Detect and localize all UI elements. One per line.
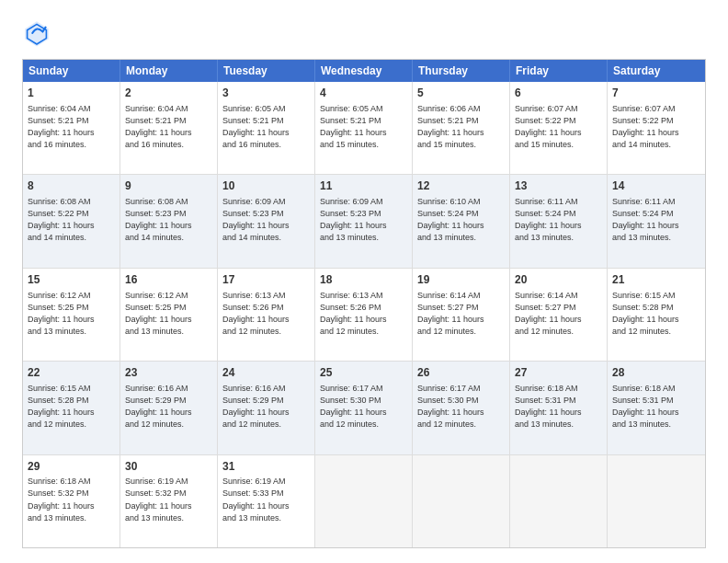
cell-details: Sunrise: 6:07 AMSunset: 5:22 PMDaylight:… [612,103,700,151]
empty-cell [315,455,413,547]
cell-details: Sunrise: 6:11 AMSunset: 5:24 PMDaylight:… [515,196,602,244]
day-cell-28: 28Sunrise: 6:18 AMSunset: 5:31 PMDayligh… [608,362,705,454]
calendar: SundayMondayTuesdayWednesdayThursdayFrid… [22,59,706,548]
cell-details: Sunrise: 6:15 AMSunset: 5:28 PMDaylight:… [612,290,700,338]
logo [22,18,57,48]
day-number: 9 [125,178,212,194]
day-number: 13 [515,178,602,194]
day-cell-20: 20Sunrise: 6:14 AMSunset: 5:27 PMDayligh… [510,269,608,361]
day-cell-5: 5Sunrise: 6:06 AMSunset: 5:21 PMDaylight… [413,82,510,174]
day-number: 30 [125,459,212,475]
day-number: 31 [222,459,310,475]
logo-icon [22,18,51,48]
header-day-tuesday: Tuesday [218,60,315,82]
day-cell-17: 17Sunrise: 6:13 AMSunset: 5:26 PMDayligh… [218,269,315,361]
cell-details: Sunrise: 6:16 AMSunset: 5:29 PMDaylight:… [125,383,212,431]
day-number: 24 [222,365,310,381]
cell-details: Sunrise: 6:12 AMSunset: 5:25 PMDaylight:… [125,290,212,338]
cell-details: Sunrise: 6:18 AMSunset: 5:32 PMDaylight:… [28,476,115,523]
cell-details: Sunrise: 6:09 AMSunset: 5:23 PMDaylight:… [320,196,407,244]
day-cell-31: 31Sunrise: 6:19 AMSunset: 5:33 PMDayligh… [218,455,315,547]
day-number: 28 [612,365,700,381]
day-cell-14: 14Sunrise: 6:11 AMSunset: 5:24 PMDayligh… [608,175,705,267]
cell-details: Sunrise: 6:13 AMSunset: 5:26 PMDaylight:… [320,290,407,338]
day-number: 15 [28,272,115,288]
calendar-row-0: 1Sunrise: 6:04 AMSunset: 5:21 PMDaylight… [23,82,705,174]
day-cell-29: 29Sunrise: 6:18 AMSunset: 5:32 PMDayligh… [23,455,120,547]
cell-details: Sunrise: 6:12 AMSunset: 5:25 PMDaylight:… [28,290,115,338]
header [22,18,706,48]
day-cell-27: 27Sunrise: 6:18 AMSunset: 5:31 PMDayligh… [510,362,608,454]
day-cell-15: 15Sunrise: 6:12 AMSunset: 5:25 PMDayligh… [23,269,120,361]
day-cell-25: 25Sunrise: 6:17 AMSunset: 5:30 PMDayligh… [315,362,413,454]
day-number: 29 [28,459,115,475]
day-number: 12 [417,178,505,194]
day-cell-10: 10Sunrise: 6:09 AMSunset: 5:23 PMDayligh… [218,175,315,267]
calendar-row-3: 22Sunrise: 6:15 AMSunset: 5:28 PMDayligh… [23,361,705,454]
cell-details: Sunrise: 6:05 AMSunset: 5:21 PMDaylight:… [222,103,310,151]
day-number: 16 [125,272,212,288]
day-cell-19: 19Sunrise: 6:14 AMSunset: 5:27 PMDayligh… [413,269,510,361]
cell-details: Sunrise: 6:06 AMSunset: 5:21 PMDaylight:… [417,103,505,151]
day-number: 1 [28,86,115,101]
cell-details: Sunrise: 6:08 AMSunset: 5:22 PMDaylight:… [28,196,115,244]
day-number: 7 [612,86,700,101]
day-number: 8 [28,178,115,194]
header-day-thursday: Thursday [413,60,510,82]
day-number: 23 [125,365,212,381]
calendar-row-2: 15Sunrise: 6:12 AMSunset: 5:25 PMDayligh… [23,268,705,361]
day-cell-12: 12Sunrise: 6:10 AMSunset: 5:24 PMDayligh… [413,175,510,267]
day-cell-8: 8Sunrise: 6:08 AMSunset: 5:22 PMDaylight… [23,175,120,267]
day-number: 19 [417,272,505,288]
day-cell-13: 13Sunrise: 6:11 AMSunset: 5:24 PMDayligh… [510,175,608,267]
day-cell-30: 30Sunrise: 6:19 AMSunset: 5:32 PMDayligh… [120,455,218,547]
day-cell-9: 9Sunrise: 6:08 AMSunset: 5:23 PMDaylight… [120,175,218,267]
day-cell-16: 16Sunrise: 6:12 AMSunset: 5:25 PMDayligh… [120,269,218,361]
day-cell-24: 24Sunrise: 6:16 AMSunset: 5:29 PMDayligh… [218,362,315,454]
empty-cell [510,455,608,547]
day-cell-1: 1Sunrise: 6:04 AMSunset: 5:21 PMDaylight… [23,82,120,174]
day-cell-21: 21Sunrise: 6:15 AMSunset: 5:28 PMDayligh… [608,269,705,361]
cell-details: Sunrise: 6:17 AMSunset: 5:30 PMDaylight:… [417,383,505,431]
calendar-body: 1Sunrise: 6:04 AMSunset: 5:21 PMDaylight… [23,82,705,547]
day-number: 6 [515,86,602,101]
page: SundayMondayTuesdayWednesdayThursdayFrid… [0,0,728,563]
day-cell-3: 3Sunrise: 6:05 AMSunset: 5:21 PMDaylight… [218,82,315,174]
cell-details: Sunrise: 6:16 AMSunset: 5:29 PMDaylight:… [222,383,310,431]
day-number: 18 [320,272,407,288]
day-number: 27 [515,365,602,381]
day-number: 5 [417,86,505,101]
day-number: 25 [320,365,407,381]
cell-details: Sunrise: 6:09 AMSunset: 5:23 PMDaylight:… [222,196,310,244]
day-number: 10 [222,178,310,194]
cell-details: Sunrise: 6:07 AMSunset: 5:22 PMDaylight:… [515,103,602,151]
day-number: 11 [320,178,407,194]
day-cell-7: 7Sunrise: 6:07 AMSunset: 5:22 PMDaylight… [608,82,705,174]
header-day-monday: Monday [120,60,218,82]
cell-details: Sunrise: 6:08 AMSunset: 5:23 PMDaylight:… [125,196,212,244]
day-number: 14 [612,178,700,194]
calendar-header: SundayMondayTuesdayWednesdayThursdayFrid… [23,60,705,82]
day-cell-11: 11Sunrise: 6:09 AMSunset: 5:23 PMDayligh… [315,175,413,267]
empty-cell [413,455,510,547]
cell-details: Sunrise: 6:17 AMSunset: 5:30 PMDaylight:… [320,383,407,431]
day-number: 4 [320,86,407,101]
day-number: 21 [612,272,700,288]
header-day-saturday: Saturday [608,60,705,82]
cell-details: Sunrise: 6:04 AMSunset: 5:21 PMDaylight:… [125,103,212,151]
day-number: 22 [28,365,115,381]
cell-details: Sunrise: 6:10 AMSunset: 5:24 PMDaylight:… [417,196,505,244]
cell-details: Sunrise: 6:05 AMSunset: 5:21 PMDaylight:… [320,103,407,151]
cell-details: Sunrise: 6:13 AMSunset: 5:26 PMDaylight:… [222,290,310,338]
day-number: 3 [222,86,310,101]
calendar-row-4: 29Sunrise: 6:18 AMSunset: 5:32 PMDayligh… [23,454,705,547]
cell-details: Sunrise: 6:18 AMSunset: 5:31 PMDaylight:… [515,383,602,431]
day-cell-18: 18Sunrise: 6:13 AMSunset: 5:26 PMDayligh… [315,269,413,361]
day-cell-23: 23Sunrise: 6:16 AMSunset: 5:29 PMDayligh… [120,362,218,454]
cell-details: Sunrise: 6:18 AMSunset: 5:31 PMDaylight:… [612,383,700,431]
day-cell-26: 26Sunrise: 6:17 AMSunset: 5:30 PMDayligh… [413,362,510,454]
day-number: 17 [222,272,310,288]
header-day-friday: Friday [510,60,608,82]
day-cell-4: 4Sunrise: 6:05 AMSunset: 5:21 PMDaylight… [315,82,413,174]
calendar-row-1: 8Sunrise: 6:08 AMSunset: 5:22 PMDaylight… [23,174,705,267]
